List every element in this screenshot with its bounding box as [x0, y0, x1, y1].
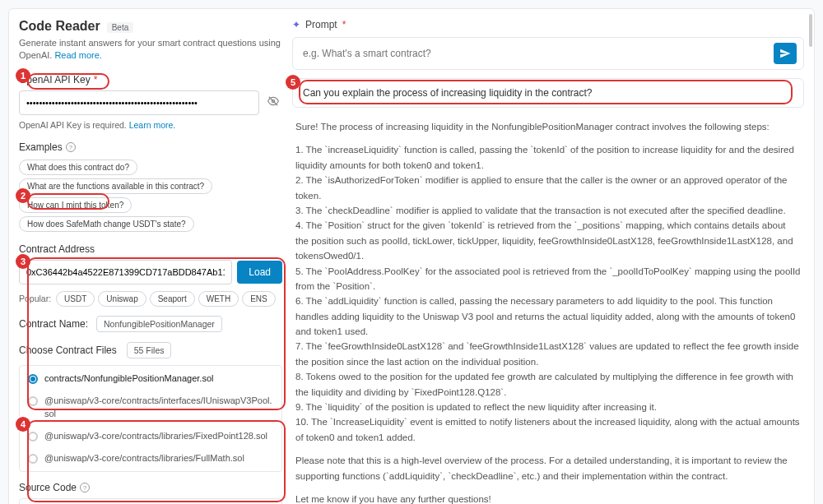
- choose-files-label: Choose Contract Files 55 Files: [19, 342, 282, 358]
- popular-chip[interactable]: WETH: [198, 291, 239, 307]
- contract-name-value: NonfungiblePositionManager: [96, 316, 222, 332]
- assistant-answer: Sure! The process of increasing liquidit…: [292, 119, 804, 504]
- popular-chip[interactable]: Seaport: [150, 291, 195, 307]
- subtitle: Generate instant answers for your smart …: [19, 37, 282, 62]
- api-key-input[interactable]: [19, 90, 259, 115]
- examples-label: Examples ?: [19, 141, 282, 153]
- popular-label: Popular:: [19, 294, 51, 303]
- popular-chip[interactable]: Uniswap: [98, 291, 146, 307]
- file-path: @uniswap/v3-core/contracts/interfaces/IU…: [44, 395, 273, 420]
- radio-icon: [28, 374, 38, 384]
- source-code-view[interactable]: \ IUniswapV3Pool pool; (liquidity, amoun…: [19, 498, 282, 504]
- example-chip[interactable]: How does SafeMath change USDT's state?: [19, 216, 194, 232]
- example-chip[interactable]: What are the functions available in this…: [19, 178, 212, 194]
- file-list[interactable]: contracts/NonfungiblePositionManager.sol…: [19, 365, 282, 472]
- load-button[interactable]: Load: [237, 261, 282, 284]
- learn-more-link[interactable]: Learn more.: [129, 120, 176, 130]
- user-question: Can you explain the process of increasin…: [292, 78, 804, 108]
- file-item[interactable]: @uniswap/v3-core/contracts/interfaces/IU…: [20, 390, 281, 425]
- file-count-badge: 55 Files: [127, 342, 172, 358]
- contract-address-input[interactable]: [19, 260, 232, 284]
- source-code-label: Source Code ?: [19, 482, 282, 493]
- send-button[interactable]: [774, 43, 797, 64]
- example-chip[interactable]: How can I mint this token?: [19, 197, 132, 213]
- beta-badge: Beta: [107, 22, 134, 33]
- api-key-label: OpenAI API Key *: [19, 74, 282, 86]
- radio-icon: [28, 432, 38, 442]
- file-path: contracts/NonfungiblePositionManager.sol: [44, 372, 213, 385]
- file-path: @uniswap/v3-core/contracts/libraries/Ful…: [44, 452, 244, 465]
- file-item[interactable]: @uniswap/v3-core/contracts/libraries/Ful…: [20, 447, 281, 469]
- contract-name-label: Contract Name: NonfungiblePositionManage…: [19, 316, 282, 332]
- help-icon[interactable]: ?: [80, 483, 90, 492]
- prompt-label: ✦ Prompt *: [292, 19, 804, 30]
- contract-address-label: Contract Address: [19, 243, 282, 255]
- example-chip[interactable]: What does this contract do?: [19, 160, 137, 175]
- file-item[interactable]: @uniswap/v3-core/contracts/libraries/Fix…: [20, 425, 281, 447]
- prompt-input[interactable]: [300, 44, 769, 62]
- popular-chip[interactable]: USDT: [56, 291, 95, 307]
- help-icon[interactable]: ?: [66, 142, 76, 152]
- radio-icon: [28, 454, 38, 464]
- page-title: Code Reader: [19, 19, 100, 34]
- read-more-link[interactable]: Read more.: [54, 50, 101, 60]
- api-key-hint: OpenAI API Key is required. Learn more.: [19, 120, 282, 130]
- file-item[interactable]: contracts/NonfungiblePositionManager.sol: [20, 368, 281, 390]
- sparkle-icon: ✦: [292, 19, 300, 30]
- file-path: @uniswap/v3-core/contracts/libraries/Fix…: [44, 430, 267, 442]
- popular-chip[interactable]: ENS: [242, 291, 276, 307]
- eye-icon[interactable]: [264, 92, 282, 113]
- radio-icon: [28, 396, 38, 406]
